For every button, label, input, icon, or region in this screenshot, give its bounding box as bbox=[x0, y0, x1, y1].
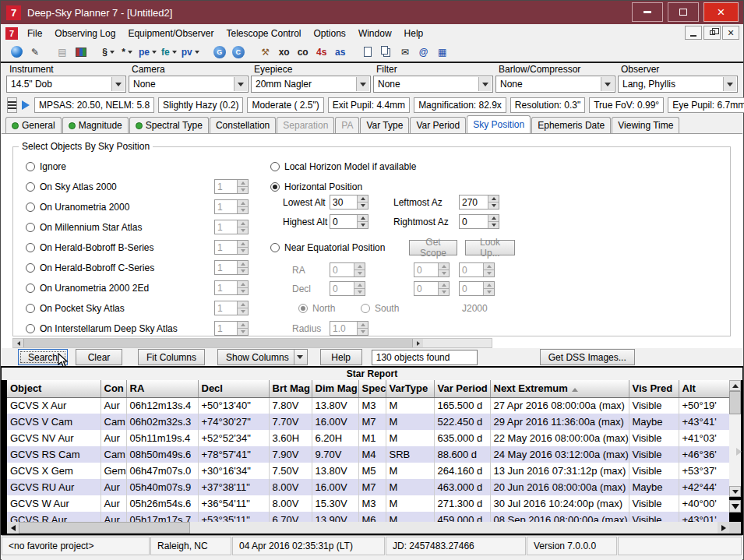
radio-interstellarum-atlas[interactable]: On Interstellarum Deep Sky Atlas bbox=[26, 323, 178, 334]
asterisk-list-button[interactable]: * bbox=[118, 44, 136, 60]
new-document-button[interactable] bbox=[359, 44, 376, 60]
tab-spectral-type[interactable]: Spectral Type bbox=[129, 117, 209, 133]
eyepiece-combobox[interactable]: 20mm Nagler bbox=[251, 76, 371, 93]
highest-alt-spinner[interactable]: 0 bbox=[330, 214, 368, 229]
menu-file[interactable]: File bbox=[21, 26, 48, 41]
copy-button[interactable] bbox=[378, 44, 395, 60]
4s-report-button[interactable]: 4s bbox=[313, 44, 330, 60]
telescope-sync-button[interactable]: C bbox=[230, 44, 247, 60]
menu-help[interactable]: Help bbox=[398, 26, 430, 41]
tab-panel-horizontal-scrollbar[interactable] bbox=[12, 338, 492, 348]
scroll-left-icon[interactable] bbox=[13, 339, 23, 347]
spinner-arrows[interactable] bbox=[488, 215, 499, 228]
run-button[interactable] bbox=[21, 97, 30, 113]
columns-button[interactable]: ▦ bbox=[434, 44, 451, 60]
column-header-ra[interactable]: RA bbox=[126, 380, 198, 397]
mdi-restore-button[interactable] bbox=[703, 26, 721, 40]
column-header-spec[interactable]: Spec bbox=[358, 380, 386, 397]
spinner-arrows[interactable] bbox=[488, 195, 499, 209]
tab-general[interactable]: General bbox=[5, 117, 62, 133]
table-row[interactable]: GCVS X GemGem06h47m07s.0+30°16'34"7.50V1… bbox=[7, 463, 729, 479]
pv-report-button[interactable]: pv bbox=[180, 44, 201, 60]
mdi-close-button[interactable] bbox=[722, 26, 739, 40]
radio-ignore[interactable]: Ignore bbox=[26, 161, 66, 172]
filter-combobox[interactable]: None bbox=[373, 76, 493, 93]
scroll-down-icon[interactable] bbox=[729, 486, 741, 497]
lowest-alt-spinner[interactable]: 30 bbox=[330, 195, 368, 210]
table-row[interactable]: GCVS W AurAur05h26m54s.6+36°54'11"8.00V1… bbox=[7, 495, 729, 512]
column-header-next-extremum[interactable]: Next Extremum bbox=[490, 380, 629, 397]
scroll-right-icon[interactable] bbox=[413, 339, 423, 347]
table-row[interactable]: GCVS RS CamCam08h50m49s.6+78°57'41"7.90V… bbox=[7, 446, 729, 463]
close-button[interactable] bbox=[703, 2, 739, 22]
table-row[interactable]: GCVS RU AurAur05h40m07s.9+37°38'11"8.00V… bbox=[7, 479, 729, 495]
table-row[interactable]: GCVS NV AurAur05h11m19s.4+52°52'34"3.60H… bbox=[7, 430, 729, 446]
minimize-button[interactable] bbox=[632, 2, 663, 22]
barlow-compressor-combobox[interactable]: None bbox=[495, 76, 615, 93]
spinner-arrows[interactable] bbox=[357, 215, 368, 228]
chevron-down-icon[interactable] bbox=[195, 51, 199, 54]
tab-var-period[interactable]: Var Period bbox=[410, 117, 466, 133]
column-header-var-period[interactable]: Var Period bbox=[434, 380, 490, 397]
camera-combobox[interactable]: None bbox=[129, 76, 249, 93]
menu-window[interactable]: Window bbox=[352, 26, 398, 41]
scroll-left-icon[interactable] bbox=[7, 522, 19, 534]
column-header-decl[interactable]: Decl bbox=[198, 380, 269, 397]
scrollbar-thumb[interactable] bbox=[19, 522, 190, 534]
telescope-goto-button[interactable]: G bbox=[211, 44, 228, 60]
column-header-brt-mag[interactable]: Brt Mag bbox=[269, 380, 312, 397]
radio-local-horizon[interactable]: Local Horizon Model if available bbox=[270, 161, 416, 172]
maximize-button[interactable] bbox=[668, 2, 699, 22]
table-vertical-scrollbar[interactable] bbox=[729, 380, 741, 497]
column-header-vis-pred[interactable]: Vis Pred bbox=[629, 380, 679, 397]
scrollbar-thumb[interactable] bbox=[729, 391, 741, 414]
radio-millennium-star-atlas[interactable]: On Millennium Star Atlas bbox=[26, 222, 142, 233]
radio-uranometria-2000[interactable]: On Uranometria 2000 bbox=[26, 202, 129, 213]
section-list-button[interactable]: § bbox=[100, 44, 117, 60]
table-horizontal-scrollbar[interactable] bbox=[7, 522, 729, 534]
catalogs-button[interactable] bbox=[72, 44, 90, 60]
chevron-down-icon[interactable] bbox=[128, 51, 132, 54]
scrollbar-track[interactable] bbox=[19, 522, 718, 534]
leftmost-az-spinner[interactable]: 270 bbox=[459, 195, 499, 210]
radio-pocket-sky-atlas[interactable]: On Pocket Sky Atlas bbox=[26, 303, 125, 314]
show-columns-button[interactable]: Show Columns bbox=[217, 349, 308, 365]
more-columns-icon[interactable] bbox=[736, 448, 742, 456]
email-button[interactable]: @ bbox=[415, 44, 432, 60]
scrollbar-thumb[interactable] bbox=[23, 339, 413, 347]
tab-constellation[interactable]: Constellation bbox=[210, 117, 276, 133]
radio-near-equatorial[interactable]: Near Equatorial Position bbox=[270, 242, 385, 253]
chevron-down-icon[interactable] bbox=[294, 350, 306, 365]
co-report-button[interactable]: co bbox=[294, 44, 312, 60]
tab-sky-position[interactable]: Sky Position bbox=[467, 115, 531, 133]
rightmost-az-spinner[interactable]: 0 bbox=[459, 214, 499, 229]
pe-report-button[interactable]: pe bbox=[137, 44, 158, 60]
xo-report-button[interactable]: xo bbox=[276, 44, 293, 60]
tab-viewing-time[interactable]: Viewing Time bbox=[612, 117, 679, 133]
column-header-object[interactable]: Object bbox=[7, 380, 100, 397]
radio-sky-atlas-2000[interactable]: On Sky Atlas 2000 bbox=[26, 181, 117, 192]
chevron-down-icon[interactable] bbox=[152, 51, 157, 54]
fit-columns-button[interactable]: Fit Columns bbox=[138, 349, 205, 365]
chevron-down-icon[interactable] bbox=[110, 51, 115, 54]
edit-pen-button[interactable]: ✎ bbox=[26, 44, 44, 60]
column-header-dim-mag[interactable]: Dim Mag bbox=[312, 380, 358, 397]
menu-observing-log[interactable]: Observing Log bbox=[48, 26, 122, 41]
radio-herald-bobroff-b[interactable]: On Herald-Bobroff B-Series bbox=[26, 242, 154, 253]
get-dss-images-button[interactable]: Get DSS Images... bbox=[540, 349, 635, 365]
tools-button[interactable]: ⚒ bbox=[257, 44, 274, 60]
clear-button[interactable]: Clear bbox=[76, 349, 122, 365]
column-header-vartype[interactable]: VarType bbox=[386, 380, 434, 397]
tab-ephemeris-date[interactable]: Ephemeris Date bbox=[531, 117, 611, 133]
tab-magnitude[interactable]: Magnitude bbox=[62, 117, 129, 133]
radio-uranometria-2000-2ed[interactable]: On Uranometria 2000 2Ed bbox=[26, 283, 149, 294]
spinner-arrows[interactable] bbox=[357, 195, 368, 209]
mdi-minimize-button[interactable] bbox=[685, 26, 702, 40]
column-header-alt[interactable]: Alt bbox=[679, 380, 729, 397]
list-menu-button[interactable] bbox=[7, 97, 17, 113]
scroll-right-icon[interactable] bbox=[718, 522, 729, 534]
observer-combobox[interactable]: Lang, Phyllis bbox=[618, 76, 738, 93]
menu-telescope-control[interactable]: Telescope Control bbox=[220, 26, 307, 41]
help-button[interactable]: Help bbox=[320, 349, 362, 365]
chevron-down-icon[interactable] bbox=[172, 51, 177, 54]
